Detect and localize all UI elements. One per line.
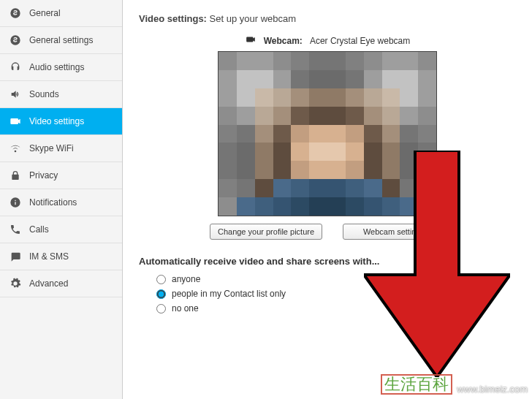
camera-icon: [9, 115, 22, 127]
sidebar-item-label: Video settings: [29, 116, 84, 126]
sidebar-item-general[interactable]: General: [0, 0, 122, 27]
sidebar-item-label: Audio settings: [29, 62, 84, 72]
sidebar-item-label: Notifications: [29, 197, 77, 208]
sidebar-item-label: IM & SMS: [29, 251, 69, 262]
sidebar-item-label: General settings: [29, 35, 93, 45]
autoshare-option-anyone[interactable]: anyone: [156, 274, 516, 284]
skype-icon: [9, 7, 22, 19]
autoshare-option-label: no one: [172, 303, 199, 314]
info-icon: [9, 197, 22, 208]
autoshare-section-title: Automatically receive video and share sc…: [139, 256, 516, 267]
sidebar-item-label: General: [29, 8, 61, 18]
autoshare-radio-noone[interactable]: [156, 304, 166, 314]
chat-icon: [9, 251, 22, 262]
webcam-device-name: Acer Crystal Eye webcam: [310, 36, 410, 46]
watermark-badge: 生活百科: [381, 374, 452, 395]
sidebar-item-sounds[interactable]: Sounds: [0, 81, 122, 108]
sidebar-item-privacy[interactable]: Privacy: [0, 162, 122, 189]
webcam-settings-button[interactable]: Webcam settings: [343, 224, 445, 240]
webcam-header: Webcam: Acer Crystal Eye webcam: [139, 34, 516, 47]
phone-icon: [9, 224, 22, 235]
webcam-label: Webcam:: [264, 36, 303, 46]
sidebar-item-advanced[interactable]: Advanced: [0, 270, 122, 297]
sidebar-item-label: Calls: [29, 224, 49, 235]
gear-icon: [9, 278, 22, 289]
watermark: 生活百科 www.bimeiz.com: [381, 374, 528, 395]
webcam-preview: [218, 51, 437, 216]
page-title: Video settings: Set up your webcam: [139, 13, 516, 24]
sidebar-item-label: Privacy: [29, 170, 58, 180]
autoshare-option-contacts[interactable]: people in my Contact list only: [156, 289, 516, 299]
main-panel: Video settings: Set up your webcam Webca…: [123, 0, 532, 399]
webcam-button-row: Change your profile picture Webcam setti…: [139, 224, 516, 240]
sidebar-item-video-settings[interactable]: Video settings: [0, 108, 122, 135]
autoshare-radio-group: anyonepeople in my Contact list onlyno o…: [139, 274, 516, 314]
sidebar-item-skype-wifi[interactable]: Skype WiFi: [0, 135, 122, 162]
sidebar-item-label: Sounds: [29, 89, 59, 99]
autoshare-option-label: people in my Contact list only: [172, 289, 286, 299]
speaker-icon: [9, 88, 22, 100]
camera-icon: [245, 34, 256, 47]
lock-icon: [9, 170, 22, 181]
autoshare-option-label: anyone: [172, 274, 200, 284]
sidebar-item-audio-settings[interactable]: Audio settings: [0, 54, 122, 81]
wifi-icon: [9, 142, 22, 154]
sidebar-item-calls[interactable]: Calls: [0, 216, 122, 243]
sidebar-item-label: Advanced: [29, 278, 68, 289]
autoshare-radio-anyone[interactable]: [156, 275, 166, 284]
sidebar-item-notifications[interactable]: Notifications: [0, 189, 122, 216]
watermark-url: www.bimeiz.com: [457, 384, 528, 395]
page-title-rest: Set up your webcam: [210, 13, 297, 24]
sidebar-item-im-sms[interactable]: IM & SMS: [0, 243, 122, 270]
autoshare-radio-contacts[interactable]: [156, 289, 166, 299]
sidebar-item-general-settings[interactable]: General settings: [0, 27, 122, 54]
page-title-bold: Video settings:: [139, 13, 207, 24]
change-profile-picture-button[interactable]: Change your profile picture: [210, 224, 322, 240]
autoshare-option-noone[interactable]: no one: [156, 303, 516, 314]
sidebar: GeneralGeneral settingsAudio settingsSou…: [0, 0, 123, 399]
sidebar-item-label: Skype WiFi: [29, 143, 74, 153]
skype-icon: [9, 34, 22, 46]
headset-icon: [9, 61, 22, 73]
